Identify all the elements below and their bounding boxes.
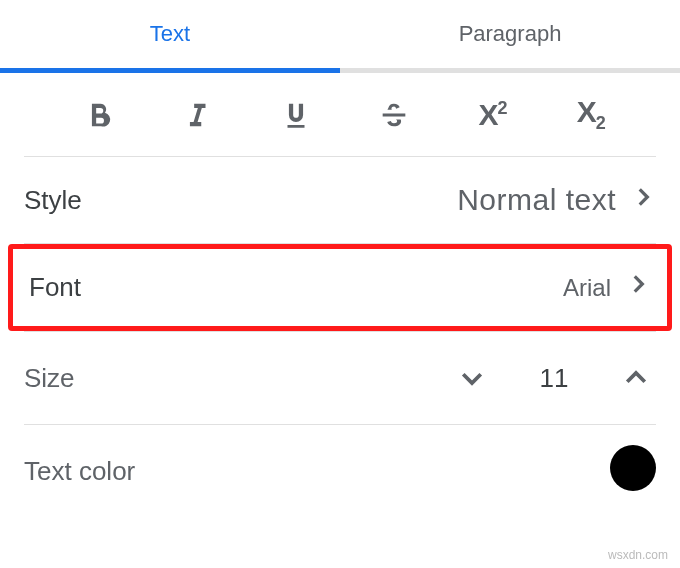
superscript-button[interactable]: X2	[443, 98, 541, 132]
size-label: Size	[24, 363, 75, 394]
style-label: Style	[24, 185, 82, 216]
tab-paragraph[interactable]: Paragraph	[340, 0, 680, 68]
tab-underline	[0, 68, 680, 73]
font-value-group: Arial	[563, 271, 651, 304]
text-color-label: Text color	[24, 456, 135, 487]
size-increase-button[interactable]	[616, 358, 656, 398]
subscript-button[interactable]: X2	[542, 95, 640, 134]
chevron-right-icon	[625, 271, 651, 304]
italic-button[interactable]	[148, 98, 246, 132]
style-value: Normal text	[457, 183, 616, 217]
underline-button[interactable]	[247, 98, 345, 132]
strikethrough-button[interactable]	[345, 98, 443, 132]
size-stepper: 11	[452, 358, 656, 398]
size-decrease-button[interactable]	[452, 358, 492, 398]
font-value: Arial	[563, 274, 611, 302]
watermark: wsxdn.com	[608, 548, 668, 562]
style-value-group: Normal text	[457, 183, 656, 217]
style-row[interactable]: Style Normal text	[0, 157, 680, 243]
chevron-right-icon	[630, 183, 656, 217]
tab-text[interactable]: Text	[0, 0, 340, 68]
font-label: Font	[29, 272, 81, 303]
color-swatch	[610, 445, 656, 491]
text-color-row[interactable]: Text color	[0, 425, 680, 491]
font-row[interactable]: Font Arial	[8, 244, 672, 331]
size-value: 11	[534, 363, 574, 394]
bold-button[interactable]	[50, 98, 148, 132]
tabs: Text Paragraph	[0, 0, 680, 68]
size-row: Size 11	[0, 332, 680, 424]
format-toolbar: X2 X2	[0, 73, 680, 156]
